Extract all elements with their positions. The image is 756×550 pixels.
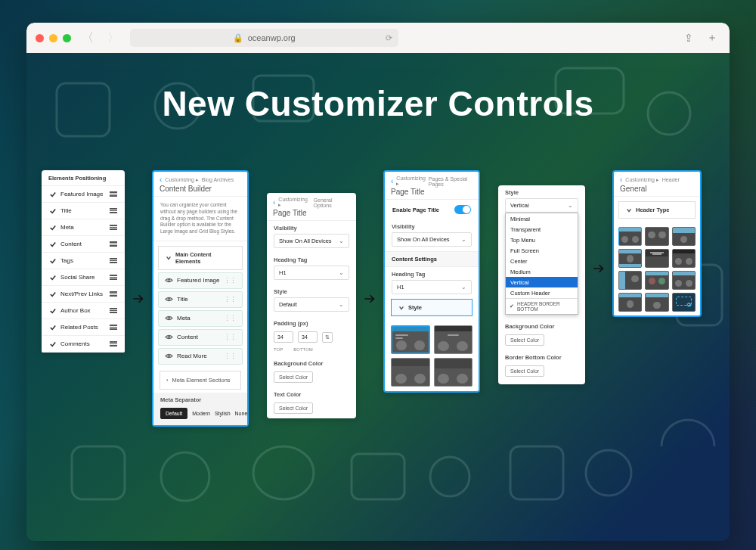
page-content: New Customizer Controls Elements Positio… xyxy=(26,53,730,541)
meta-sections-row[interactable]: ›Meta Element Sections xyxy=(160,371,241,390)
visibility-icon xyxy=(165,353,173,359)
dropdown-option[interactable]: Minimal xyxy=(506,213,578,224)
textcolor-label: Text Color xyxy=(267,387,356,400)
separator-opt-default[interactable]: Default xyxy=(160,408,187,419)
item-label: Read More xyxy=(177,353,207,359)
border-color-button[interactable]: Select Color xyxy=(505,365,544,377)
main-content-section[interactable]: Main Content Elements xyxy=(158,246,243,270)
drag-handle-icon[interactable]: ⋮⋮ xyxy=(224,296,236,303)
share-icon[interactable]: ⇪ xyxy=(681,32,696,44)
header-thumb[interactable] xyxy=(645,227,668,246)
drag-handle-icon[interactable]: ⋮⋮ xyxy=(224,353,236,360)
header-thumb[interactable] xyxy=(618,249,642,268)
content-item[interactable]: Read More⋮⋮ xyxy=(158,348,243,365)
drag-handle-icon[interactable] xyxy=(110,275,117,279)
style-section[interactable]: Style xyxy=(391,299,472,316)
header-thumb[interactable] xyxy=(618,271,642,290)
heading-select[interactable]: H1⌄ xyxy=(392,280,472,294)
positioning-item[interactable]: Content xyxy=(42,236,125,253)
header-thumb[interactable] xyxy=(645,249,668,268)
minimize-window[interactable] xyxy=(49,34,57,42)
dropdown-option[interactable]: Custom Header xyxy=(506,287,578,298)
dropdown-option[interactable]: Transparent xyxy=(506,224,578,235)
nav-back-icon[interactable]: 〈 xyxy=(79,30,97,46)
drag-handle-icon[interactable] xyxy=(110,225,117,229)
positioning-item[interactable]: Comments xyxy=(42,336,125,353)
style-select[interactable]: Default⌄ xyxy=(274,297,349,312)
header-thumb-custom[interactable] xyxy=(672,293,696,312)
back-icon[interactable]: ‹ xyxy=(620,176,622,184)
enable-toggle[interactable] xyxy=(454,205,471,214)
reload-icon[interactable]: ⟳ xyxy=(386,33,392,43)
drag-handle-icon[interactable] xyxy=(110,308,117,312)
drag-handle-icon[interactable] xyxy=(110,258,117,263)
maximize-window[interactable] xyxy=(63,34,71,42)
dropdown-option-selected[interactable]: Vertical xyxy=(506,277,578,287)
visibility-select[interactable]: Show On All Devices⌄ xyxy=(274,234,349,248)
header-thumb[interactable] xyxy=(672,249,696,268)
dropdown-option[interactable]: Center xyxy=(506,256,578,266)
textcolor-button[interactable]: Select Color xyxy=(274,402,313,414)
content-item[interactable]: Title⋮⋮ xyxy=(158,291,243,308)
positioning-item[interactable]: Social Share xyxy=(42,269,125,286)
content-item[interactable]: Content⋮⋮ xyxy=(158,329,243,346)
positioning-item[interactable]: Related Posts xyxy=(42,319,125,336)
url-bar[interactable]: 🔒 oceanwp.org ⟳ xyxy=(130,29,398,47)
new-tab-icon[interactable]: ＋ xyxy=(704,31,720,45)
drag-handle-icon[interactable] xyxy=(110,191,117,196)
nav-forward-icon[interactable]: 〉 xyxy=(104,30,122,46)
drag-handle-icon[interactable]: ⋮⋮ xyxy=(224,315,236,322)
separator-opt-stylish[interactable]: Stylish xyxy=(215,411,231,416)
bgcolor-button[interactable]: Select Color xyxy=(274,371,313,383)
style-thumb[interactable] xyxy=(391,358,430,387)
back-icon[interactable]: ‹ xyxy=(391,177,393,185)
drag-handle-icon[interactable] xyxy=(110,325,117,329)
padding-bottom-input[interactable]: 34 xyxy=(298,331,318,343)
drag-handle-icon[interactable]: ⋮⋮ xyxy=(224,277,236,284)
svg-point-6 xyxy=(161,452,209,501)
bgcolor-button[interactable]: Select Color xyxy=(505,334,544,346)
style-thumb[interactable] xyxy=(391,325,430,354)
dropdown-checkbox[interactable]: ✔HEADER BORDER BOTTOM xyxy=(506,298,578,314)
positioning-item[interactable]: Next/Prev Links xyxy=(42,286,125,303)
header-thumb[interactable] xyxy=(645,293,668,312)
content-item[interactable]: Meta⋮⋮ xyxy=(158,310,243,327)
link-values-icon[interactable]: ⇅ xyxy=(322,332,333,343)
separator-opt-modern[interactable]: Modern xyxy=(192,411,210,416)
positioning-item[interactable]: Author Box xyxy=(42,303,125,319)
padding-top-input[interactable]: 34 xyxy=(274,331,293,343)
back-icon[interactable]: ‹ xyxy=(273,198,275,207)
drag-handle-icon[interactable] xyxy=(110,241,117,246)
positioning-item[interactable]: Title xyxy=(42,203,125,219)
style-thumb[interactable] xyxy=(434,325,473,354)
separator-opt-none[interactable]: None xyxy=(235,411,248,416)
visibility-label: Visibility xyxy=(385,219,479,232)
content-item[interactable]: Featured Image⋮⋮ xyxy=(158,272,243,289)
header-thumb[interactable] xyxy=(672,271,696,290)
chevron-right-icon: › xyxy=(166,377,169,384)
positioning-item[interactable]: Featured Image xyxy=(42,186,125,203)
style-select[interactable]: Vertical⌄ xyxy=(505,198,578,213)
style-thumb[interactable] xyxy=(434,358,473,387)
back-icon[interactable]: ‹ xyxy=(160,176,162,184)
dropdown-option[interactable]: Full Screen xyxy=(506,245,578,256)
visibility-label: Visibility xyxy=(267,221,356,234)
visibility-select[interactable]: Show On All Devices⌄ xyxy=(392,232,472,247)
header-type-section[interactable]: Header Type xyxy=(618,201,696,219)
item-label: Meta xyxy=(60,224,74,231)
drag-handle-icon[interactable] xyxy=(110,291,117,296)
select-value: Show On All Devices xyxy=(397,236,450,243)
drag-handle-icon[interactable] xyxy=(110,208,117,213)
drag-handle-icon[interactable] xyxy=(110,341,117,346)
header-thumb[interactable] xyxy=(645,271,668,290)
dropdown-option[interactable]: Medium xyxy=(506,266,578,277)
close-window[interactable] xyxy=(36,34,44,42)
positioning-item[interactable]: Meta xyxy=(42,219,125,236)
positioning-item[interactable]: Tags xyxy=(42,253,125,269)
header-thumb[interactable] xyxy=(618,227,642,246)
header-thumb[interactable] xyxy=(672,227,696,246)
drag-handle-icon[interactable]: ⋮⋮ xyxy=(224,334,236,341)
heading-select[interactable]: H1⌄ xyxy=(274,266,349,280)
header-thumb[interactable] xyxy=(618,293,642,312)
dropdown-option[interactable]: Top Menu xyxy=(506,235,578,245)
